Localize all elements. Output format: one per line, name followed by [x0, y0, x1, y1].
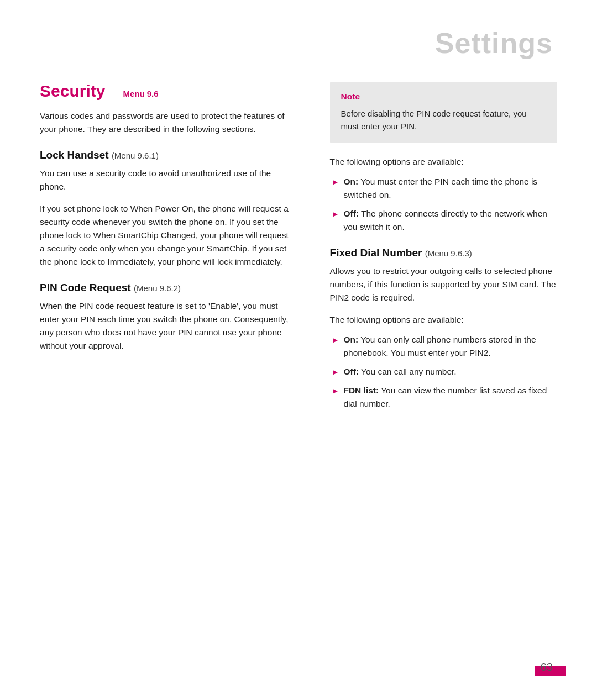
note-box: Note Before disabling the PIN code reque…: [330, 82, 557, 143]
note-text: Before disabling the PIN code request fe…: [341, 107, 546, 133]
bullet-arrow-icon: ►: [332, 209, 339, 220]
list-item-text: FDN list: You can view the number list s…: [343, 384, 557, 410]
security-menu-ref: Menu 9.6: [123, 89, 158, 98]
pin-code-request-para1: When the PIN code request feature is set…: [40, 299, 290, 352]
fixed-dial-options-intro: The following options are available:: [330, 313, 557, 327]
fixed-dial-para1: Allows you to restrict your outgoing cal…: [330, 265, 557, 304]
pin-options-list: ► On: You must enter the PIN each time t…: [330, 175, 557, 234]
list-item-text: Off: You can call any number.: [343, 365, 456, 378]
list-item: ► On: You can only call phone numbers st…: [330, 333, 557, 360]
security-section-header: Security Menu 9.6: [40, 82, 290, 101]
list-item: ► FDN list: You can view the number list…: [330, 384, 557, 410]
pin-code-request-title: PIN Code Request (Menu 9.6.2): [40, 282, 290, 294]
lock-handset-para2: If you set phone lock to When Power On, …: [40, 202, 290, 269]
security-title: Security: [40, 82, 105, 101]
fixed-dial-title: Fixed Dial Number (Menu 9.6.3): [330, 247, 557, 259]
security-intro: Various codes and passwords are used to …: [40, 109, 290, 136]
bullet-arrow-icon: ►: [332, 386, 339, 397]
right-column: Note Before disabling the PIN code reque…: [330, 82, 557, 422]
bullet-arrow-icon: ►: [332, 367, 339, 378]
bullet-arrow-icon: ►: [332, 177, 339, 188]
left-column: Security Menu 9.6 Various codes and pass…: [40, 82, 303, 422]
note-title: Note: [341, 92, 546, 102]
list-item: ► Off: You can call any number.: [330, 365, 557, 378]
list-item-text: On: You must enter the PIN each time the…: [343, 175, 557, 202]
list-item-text: On: You can only call phone numbers stor…: [343, 333, 557, 360]
fixed-dial-options-list: ► On: You can only call phone numbers st…: [330, 333, 557, 410]
list-item-text: Off: The phone connects directly to the …: [343, 207, 557, 234]
list-item: ► On: You must enter the PIN each time t…: [330, 175, 557, 202]
bullet-arrow-icon: ►: [332, 335, 339, 346]
lock-handset-title: Lock Handset (Menu 9.6.1): [40, 149, 290, 161]
pin-options-intro: The following options are available:: [330, 155, 557, 169]
page-title: Settings: [0, 0, 597, 82]
page-number: 63: [541, 661, 553, 673]
lock-handset-para1: You can use a security code to avoid una…: [40, 167, 290, 193]
list-item: ► Off: The phone connects directly to th…: [330, 207, 557, 234]
